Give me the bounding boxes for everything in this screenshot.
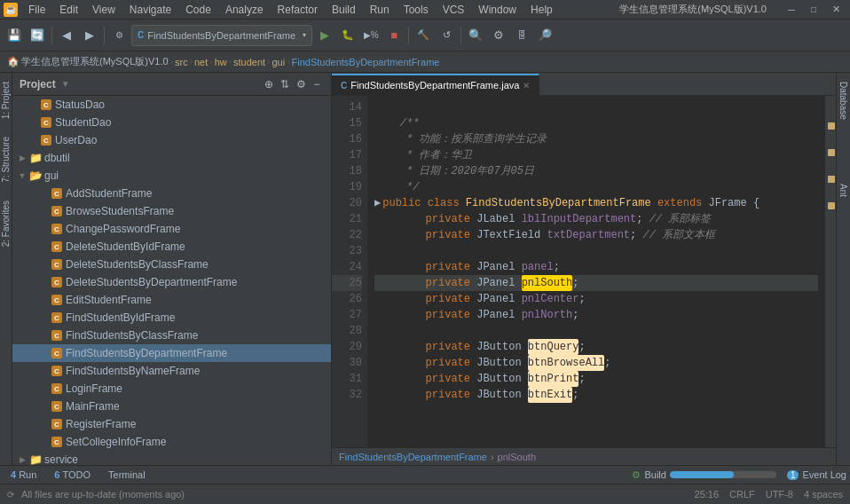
breadcrumb-hw[interactable]: hw bbox=[215, 57, 227, 67]
search2-button[interactable]: 🔎 bbox=[534, 25, 555, 46]
stop-button[interactable]: ■ bbox=[383, 25, 405, 46]
menu-code[interactable]: Code bbox=[178, 2, 218, 18]
status-tab-run[interactable]: 4 Run bbox=[4, 468, 43, 482]
code-content[interactable]: /** * 功能：按系部查询学生记录 * 作者：华卫 * 日期：2020年07月… bbox=[367, 96, 825, 447]
breadcrumb-src[interactable]: src bbox=[175, 57, 188, 67]
debug-button[interactable]: 🐛 bbox=[337, 25, 358, 46]
breadcrumb-app[interactable]: 学生信息管理系统(MySQL版)V1.0 bbox=[21, 55, 169, 68]
right-tab-database[interactable]: Database bbox=[838, 76, 849, 125]
tree-label: StudentDao bbox=[55, 116, 111, 129]
menu-build[interactable]: Build bbox=[325, 2, 363, 18]
tree-item-registerframe[interactable]: C RegisterFrame bbox=[12, 415, 331, 433]
breadcrumb-student[interactable]: student bbox=[233, 57, 265, 67]
cursor-position[interactable]: 25:16 bbox=[695, 489, 720, 500]
code-line-28 bbox=[374, 323, 818, 339]
search-button[interactable]: 🔍 bbox=[465, 25, 486, 46]
save-all-button[interactable]: 💾 bbox=[4, 25, 25, 46]
breadcrumb: 🏠 学生信息管理系统(MySQL版)V1.0 › src › net › hw … bbox=[0, 51, 850, 73]
panel-minimize-btn[interactable]: − bbox=[310, 77, 324, 91]
tree-item-browsestudentsframe[interactable]: C BrowseStudentsFrame bbox=[12, 202, 331, 220]
reload-button[interactable]: ↺ bbox=[436, 25, 457, 46]
tree-label: FindStudentByIdFrame bbox=[66, 311, 175, 324]
indent[interactable]: 4 spaces bbox=[804, 489, 843, 500]
breadcrumb-root[interactable]: 🏠 bbox=[7, 56, 20, 67]
tree-item-dbutil[interactable]: ▶ 📁 dbutil bbox=[12, 149, 331, 167]
run-button[interactable]: ▶ bbox=[314, 25, 335, 46]
code-line-23 bbox=[374, 243, 818, 259]
tab-close-button[interactable]: ✕ bbox=[523, 81, 530, 91]
status-bar: ⟳ All files are up-to-date (moments ago)… bbox=[0, 484, 850, 504]
tree-item-editstudentframe[interactable]: C EditStudentFrame bbox=[12, 291, 331, 309]
status-tab-terminal[interactable]: Terminal bbox=[101, 468, 153, 482]
breadcrumb-sep-2: › bbox=[190, 57, 193, 67]
tree-label: FindStudentsByNameFrame bbox=[66, 365, 200, 377]
tree-item-statusdao[interactable]: C StatusDao bbox=[12, 96, 331, 114]
menu-view[interactable]: View bbox=[85, 2, 122, 18]
panel-actions: ⊕ ⇅ ⚙ − bbox=[262, 77, 324, 91]
build-button[interactable]: 🔨 bbox=[413, 25, 434, 46]
sidebar-tab-project[interactable]: 1: Project bbox=[0, 76, 12, 124]
sidebar-tab-structure[interactable]: 7: Structure bbox=[0, 131, 12, 188]
tree-item-findstudentsbydepartmentframe[interactable]: C FindStudentsByDepartmentFrame bbox=[12, 344, 331, 362]
panel-settings-btn[interactable]: ⚙ bbox=[294, 77, 308, 91]
tree-item-findstudentsbyclassframe[interactable]: C FindStudentsByClassFrame bbox=[12, 327, 331, 344]
breadcrumb-class[interactable]: FindStudentsByDepartmentFrame bbox=[292, 57, 440, 67]
tree-item-changepasswordframe[interactable]: C ChangePasswordFrame bbox=[12, 220, 331, 238]
tree-item-addstudentframe[interactable]: C AddStudentFrame bbox=[12, 185, 331, 202]
forward-button[interactable]: ▶ bbox=[79, 25, 100, 46]
run-coverage-button[interactable]: ▶% bbox=[360, 25, 382, 46]
sync-button[interactable]: 🔄 bbox=[27, 25, 48, 46]
close-button[interactable]: ✕ bbox=[825, 0, 846, 20]
maximize-button[interactable]: □ bbox=[803, 0, 824, 20]
tree-item-deletestudentsbyclassframe[interactable]: C DeleteStudentsByClassFrame bbox=[12, 256, 331, 273]
tree-item-findstudentsbynameframe[interactable]: C FindStudentsByNameFrame bbox=[12, 362, 331, 380]
status-tab-todo[interactable]: 6 TODO bbox=[47, 468, 98, 482]
menu-tools[interactable]: Tools bbox=[397, 2, 436, 18]
menu-window[interactable]: Window bbox=[471, 2, 523, 18]
event-log-label[interactable]: Event Log bbox=[802, 469, 846, 480]
tree-label: BrowseStudentsFrame bbox=[66, 205, 174, 217]
menu-vcs[interactable]: VCS bbox=[436, 2, 472, 18]
class-icon: C bbox=[50, 347, 64, 359]
tree-item-deletestudentsbydepartmentframe[interactable]: C DeleteStudentsByDepartmentFrame bbox=[12, 273, 331, 291]
tree-item-setcollegeinfoframe[interactable]: C SetCollegeInfoFrame bbox=[12, 433, 331, 451]
menu-navigate[interactable]: Navigate bbox=[122, 2, 178, 18]
menu-refactor[interactable]: Refactor bbox=[271, 2, 325, 18]
editor-area: C FindStudentsByDepartmentFrame.java ✕ 1… bbox=[332, 73, 836, 465]
settings-button[interactable]: ⚙ bbox=[488, 25, 509, 46]
menu-help[interactable]: Help bbox=[523, 2, 560, 18]
panel-add-btn[interactable]: ⊕ bbox=[262, 77, 276, 91]
tree-arrow bbox=[37, 223, 50, 235]
tree-item-mainframe[interactable]: C MainFrame bbox=[12, 398, 331, 415]
code-line-15: /** bbox=[374, 115, 818, 131]
tree-item-deletestudentbyidframe[interactable]: C DeleteStudentByIdFrame bbox=[12, 238, 331, 256]
status-bar-tabs: 4 Run 6 TODO Terminal ⚙ Build 1 Event Lo… bbox=[0, 465, 850, 484]
database-button[interactable]: 🗄 bbox=[511, 25, 532, 46]
tree-label-dbutil: dbutil bbox=[44, 152, 70, 164]
sidebar-tab-favorites[interactable]: 2: Favorites bbox=[0, 195, 12, 252]
menu-analyze[interactable]: Analyze bbox=[218, 2, 271, 18]
editor-tab-main[interactable]: C FindStudentsByDepartmentFrame.java ✕ bbox=[332, 74, 539, 95]
tree-item-loginframe[interactable]: C LoginFrame bbox=[12, 380, 331, 398]
tree-item-gui[interactable]: ▼ 📂 gui bbox=[12, 167, 331, 185]
breadcrumb-bottom-field[interactable]: pnlSouth bbox=[498, 452, 536, 462]
run-config-dropdown[interactable]: C FindStudentsByDepartmentFrame ▾ bbox=[131, 25, 312, 46]
folder-icon-gui: 📂 bbox=[28, 169, 43, 182]
panel-scroll-btn[interactable]: ⇅ bbox=[278, 77, 292, 91]
tree-item-studentdao[interactable]: C StudentDao bbox=[12, 114, 331, 131]
minimize-button[interactable]: ─ bbox=[781, 0, 802, 20]
tree-item-userdao[interactable]: C UserDao bbox=[12, 131, 331, 149]
tree-item-findstudentbyidframe[interactable]: C FindStudentByIdFrame bbox=[12, 309, 331, 327]
breadcrumb-gui[interactable]: gui bbox=[272, 57, 285, 67]
tree-item-service[interactable]: ▶ 📁 service bbox=[12, 451, 331, 465]
run-config-button[interactable]: ⚙ bbox=[108, 25, 130, 46]
right-tab-ant[interactable]: Ant bbox=[838, 178, 849, 202]
back-button[interactable]: ◀ bbox=[56, 25, 77, 46]
breadcrumb-bottom-class[interactable]: FindStudentsByDepartmentFrame bbox=[339, 452, 487, 462]
menu-edit[interactable]: Edit bbox=[52, 2, 85, 18]
tree-label: ChangePasswordFrame bbox=[66, 223, 180, 235]
breadcrumb-sep-3: › bbox=[209, 57, 212, 67]
menu-run[interactable]: Run bbox=[363, 2, 397, 18]
menu-file[interactable]: File bbox=[21, 2, 52, 18]
breadcrumb-net[interactable]: net bbox=[194, 57, 208, 67]
